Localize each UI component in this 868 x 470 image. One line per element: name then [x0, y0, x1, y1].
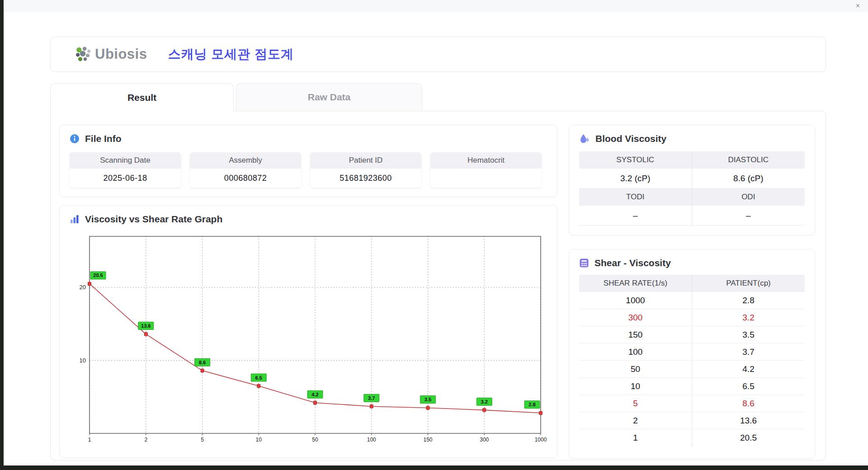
svg-text:3.7: 3.7 [368, 395, 375, 401]
close-icon[interactable]: × [856, 1, 860, 10]
field-label: Scanning Date [70, 152, 181, 169]
bar-chart-icon [70, 214, 80, 224]
svg-text:3.2: 3.2 [481, 399, 488, 404]
todi-value: – [579, 206, 692, 226]
odi-value: – [692, 206, 805, 226]
table-row: 106.5 [579, 378, 805, 395]
shear-rate-value: 2 [579, 412, 692, 429]
info-icon [70, 134, 80, 144]
scanning-date-field: Scanning Date 2025-06-18 [70, 152, 181, 188]
patient-viscosity-value: 4.2 [692, 361, 805, 378]
table-row: 120.5 [579, 429, 805, 446]
todi-header: TODI [579, 188, 692, 206]
calculator-icon [579, 258, 589, 268]
svg-text:20: 20 [80, 284, 86, 291]
viscosity-graph-card: Viscosity vs Shear Rate Graph 102020.513… [59, 205, 557, 458]
shear-rate-value: 1000 [579, 292, 692, 309]
app-logo: Ubiosis [74, 46, 147, 63]
app-window: × Ubiosis 스캐닝 모세관 점도계 Resu [4, 0, 868, 465]
shear-viscosity-card: Shear - Viscosity SHEAR RATE(1/s) PATIEN… [569, 249, 815, 459]
svg-text:8.6: 8.6 [199, 360, 206, 365]
chart-canvas: 102020.513.68.66.54.23.73.53.22.81251050… [70, 231, 547, 447]
page: Ubiosis 스캐닝 모세관 점도계 Result Raw Data File… [4, 12, 868, 465]
result-panel: File Info Scanning Date 2025-06-18 Assem… [50, 111, 826, 461]
field-label: Assembly [190, 152, 301, 169]
viscosity-chart: 102020.513.68.66.54.23.73.53.22.81251050… [70, 231, 547, 449]
table-row: 10002.8 [579, 292, 805, 309]
blood-viscosity-card: Blood Viscosity SYSTOLIC DIASTOLIC 3.2 (… [569, 125, 815, 235]
diastolic-value: 8.6 (cP) [692, 169, 805, 188]
table-row: 1503.5 [579, 326, 805, 343]
svg-text:1: 1 [88, 437, 91, 443]
table-row: 1003.7 [579, 343, 805, 361]
file-info-fields: Scanning Date 2025-06-18 Assembly 000680… [70, 152, 547, 188]
svg-text:100: 100 [367, 437, 376, 443]
patient-viscosity-value: 8.6 [692, 395, 805, 412]
table-row: 58.6 [579, 395, 805, 412]
patient-viscosity-value: 20.5 [692, 429, 805, 446]
patient-viscosity-value: 13.6 [692, 412, 805, 429]
logo-text: Ubiosis [95, 46, 147, 62]
table-row: 504.2 [579, 361, 805, 378]
shear-rate-value: 150 [579, 326, 692, 343]
shear-rate-column-header: SHEAR RATE(1/s) [579, 275, 692, 292]
file-info-card: File Info Scanning Date 2025-06-18 Assem… [59, 125, 557, 197]
shear-viscosity-title: Shear - Viscosity [594, 258, 671, 268]
patient-viscosity-value: 3.5 [692, 326, 805, 343]
header: Ubiosis 스캐닝 모세관 점도계 [50, 37, 826, 72]
field-value: 000680872 [190, 169, 301, 188]
svg-text:5: 5 [201, 437, 204, 443]
odi-header: ODI [692, 188, 805, 206]
table-row: 3003.2 [579, 309, 805, 326]
svg-text:300: 300 [480, 437, 489, 443]
shear-table-header: SHEAR RATE(1/s) PATIENT(cp) [579, 275, 805, 292]
svg-text:1000: 1000 [535, 437, 547, 443]
blood-viscosity-grid: SYSTOLIC DIASTOLIC 3.2 (cP) 8.6 (cP) TOD… [579, 151, 805, 226]
field-label: Patient ID [310, 152, 421, 169]
svg-text:13.6: 13.6 [141, 323, 151, 329]
svg-text:10: 10 [256, 437, 262, 443]
svg-text:50: 50 [312, 437, 318, 443]
shear-table: SHEAR RATE(1/s) PATIENT(cp) 10002.83003.… [579, 275, 805, 446]
shear-rate-value: 10 [579, 378, 692, 395]
file-info-title: File Info [85, 133, 122, 144]
table-row: 213.6 [579, 412, 805, 429]
svg-text:150: 150 [423, 437, 432, 443]
shear-table-body: 10002.83003.21503.51003.7504.2106.558.62… [579, 292, 805, 446]
field-value [430, 169, 542, 188]
page-title: 스캐닝 모세관 점도계 [168, 46, 294, 63]
tab-raw-data[interactable]: Raw Data [236, 83, 422, 110]
svg-text:3.5: 3.5 [425, 397, 431, 402]
diastolic-header: DIASTOLIC [692, 151, 805, 169]
patient-id-field: Patient ID 51681923600 [310, 152, 421, 188]
patient-viscosity-value: 3.7 [692, 343, 805, 361]
svg-text:2.8: 2.8 [528, 402, 535, 407]
patient-viscosity-value: 6.5 [692, 378, 805, 395]
patient-viscosity-value: 3.2 [692, 309, 805, 326]
patient-viscosity-value: 2.8 [692, 292, 805, 309]
svg-text:6.5: 6.5 [255, 375, 262, 381]
blood-viscosity-title: Blood Viscosity [595, 133, 666, 144]
shear-rate-value: 5 [579, 395, 692, 412]
field-value: 51681923600 [310, 169, 421, 188]
systolic-header: SYSTOLIC [579, 151, 692, 169]
svg-text:4.2: 4.2 [311, 392, 318, 397]
field-label: Hematocrit [430, 152, 542, 169]
logo-cluster-icon [74, 46, 91, 63]
patient-column-header: PATIENT(cp) [692, 275, 805, 292]
graph-title: Viscosity vs Shear Rate Graph [85, 214, 222, 225]
svg-text:20.5: 20.5 [93, 273, 103, 278]
systolic-value: 3.2 (cP) [579, 169, 692, 188]
hematocrit-field: Hematocrit [430, 152, 542, 188]
tab-result[interactable]: Result [50, 83, 234, 111]
svg-text:10: 10 [80, 357, 86, 364]
shear-rate-value: 1 [579, 429, 692, 446]
assembly-field: Assembly 000680872 [190, 152, 301, 188]
tab-bar: Result Raw Data [50, 83, 422, 111]
window-titlebar: × [4, 0, 868, 12]
shear-rate-value: 300 [579, 309, 692, 326]
shear-rate-value: 100 [579, 343, 692, 361]
droplet-icon [579, 133, 590, 144]
field-value: 2025-06-18 [70, 169, 181, 188]
svg-text:2: 2 [144, 437, 147, 443]
